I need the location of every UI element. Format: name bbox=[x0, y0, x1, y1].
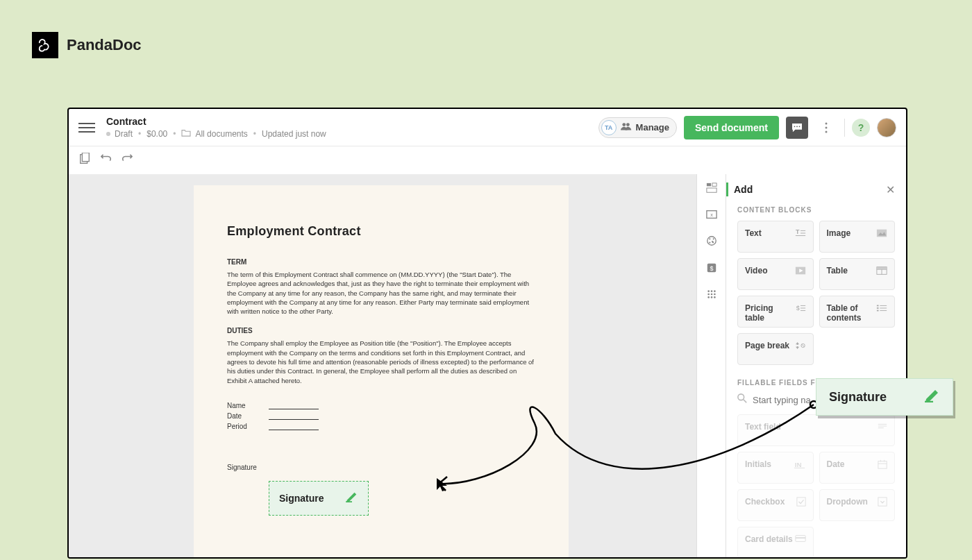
svg-text:IN: IN bbox=[794, 461, 801, 468]
svg-rect-40 bbox=[877, 267, 887, 270]
tool-strip: x $ bbox=[696, 174, 726, 557]
svg-point-28 bbox=[707, 296, 710, 298]
svg-text:$: $ bbox=[796, 305, 799, 312]
location-label: All documents bbox=[195, 129, 247, 139]
svg-rect-12 bbox=[712, 183, 716, 186]
content-blocks-label: CONTENT BLOCKS bbox=[737, 206, 895, 214]
app-header: Contract Draft $0.00 All documents Updat… bbox=[69, 109, 906, 146]
block-pricing-table[interactable]: Pricing table $ bbox=[737, 296, 814, 328]
svg-point-18 bbox=[712, 238, 714, 239]
document-page: Employment Contract TERM The term of thi… bbox=[194, 185, 569, 557]
field-signature-label: Signature bbox=[227, 464, 257, 471]
field-date-line bbox=[269, 413, 319, 420]
field-period-label: Period bbox=[227, 423, 269, 430]
field-dropdown[interactable]: Dropdown bbox=[819, 489, 896, 521]
field-initials[interactable]: Initials IN bbox=[737, 452, 814, 484]
block-text[interactable]: Text T bbox=[737, 221, 814, 253]
image-icon bbox=[876, 228, 887, 240]
menu-button[interactable] bbox=[78, 119, 95, 136]
send-document-button[interactable]: Send document bbox=[684, 116, 779, 139]
svg-line-52 bbox=[801, 344, 804, 347]
block-page-break[interactable]: Page break bbox=[737, 333, 814, 365]
document-meta: Contract Draft $0.00 All documents Updat… bbox=[106, 116, 598, 139]
table-icon bbox=[876, 266, 887, 278]
chat-button[interactable] bbox=[786, 117, 808, 139]
doc-heading: Employment Contract bbox=[227, 224, 535, 239]
section-duties-body: The Company shall employ the Employee as… bbox=[227, 339, 535, 384]
svg-point-5 bbox=[826, 122, 828, 124]
svg-point-4 bbox=[799, 126, 801, 127]
svg-point-2 bbox=[794, 126, 796, 127]
calendar-icon bbox=[878, 459, 887, 471]
svg-line-54 bbox=[744, 400, 746, 402]
field-name-line bbox=[269, 402, 319, 409]
logo-mark bbox=[32, 32, 58, 58]
svg-point-27 bbox=[714, 294, 716, 296]
pen-icon bbox=[925, 389, 940, 405]
field-period-line bbox=[269, 423, 319, 430]
svg-text:T: T bbox=[795, 228, 799, 235]
search-icon bbox=[737, 393, 747, 406]
signature-field-dragging[interactable]: Signature bbox=[816, 378, 953, 416]
close-panel-button[interactable]: ✕ bbox=[886, 183, 895, 196]
svg-point-3 bbox=[796, 126, 798, 127]
copy-button[interactable] bbox=[78, 153, 91, 168]
block-table[interactable]: Table bbox=[819, 258, 896, 290]
initials-icon: IN bbox=[794, 459, 806, 471]
undo-button[interactable] bbox=[101, 154, 112, 167]
status-dot bbox=[106, 132, 110, 136]
textfield-icon bbox=[878, 422, 887, 432]
field-text[interactable]: Text field bbox=[737, 414, 895, 446]
svg-rect-35 bbox=[877, 230, 887, 237]
apps-tab[interactable] bbox=[707, 289, 717, 301]
dropdown-icon bbox=[878, 497, 887, 509]
toolbar bbox=[69, 146, 906, 174]
svg-rect-60 bbox=[878, 461, 887, 469]
card-icon bbox=[795, 534, 806, 545]
section-duties-label: DUTIES bbox=[227, 327, 535, 334]
updated-label: Updated just now bbox=[262, 129, 326, 139]
amount-label: $0.00 bbox=[146, 129, 167, 139]
brand-name: PandaDoc bbox=[67, 36, 142, 54]
more-button[interactable] bbox=[815, 117, 837, 139]
field-date-label: Date bbox=[227, 412, 269, 420]
help-button[interactable]: ? bbox=[852, 119, 870, 137]
status-label: Draft bbox=[115, 129, 133, 139]
panda-icon bbox=[37, 37, 53, 53]
field-card-details[interactable]: Card details bbox=[737, 527, 814, 557]
svg-point-26 bbox=[710, 294, 712, 296]
blocks-tab[interactable] bbox=[706, 183, 717, 196]
signature-field-drop[interactable]: Signature bbox=[269, 481, 369, 516]
svg-point-19 bbox=[709, 242, 710, 244]
field-checkbox[interactable]: Checkbox bbox=[737, 489, 814, 521]
variables-tab[interactable]: x bbox=[706, 210, 717, 221]
panel-title: Add bbox=[726, 183, 753, 196]
svg-rect-13 bbox=[706, 188, 716, 192]
checkbox-icon bbox=[796, 497, 806, 509]
svg-rect-9 bbox=[82, 153, 89, 162]
form-rows: Name Date Period bbox=[227, 402, 535, 430]
svg-point-7 bbox=[826, 130, 828, 133]
block-video[interactable]: Video bbox=[737, 258, 814, 290]
pen-icon bbox=[346, 491, 358, 505]
section-term-label: TERM bbox=[227, 258, 535, 266]
svg-point-1 bbox=[626, 123, 630, 126]
user-avatar[interactable] bbox=[877, 118, 896, 137]
float-signature-label: Signature bbox=[829, 390, 887, 405]
main-area: Employment Contract TERM The term of thi… bbox=[69, 174, 906, 557]
svg-point-29 bbox=[710, 296, 712, 298]
pricing-tab[interactable]: $ bbox=[706, 262, 717, 275]
brand-logo: PandaDoc bbox=[32, 32, 142, 58]
folder-icon bbox=[181, 128, 191, 139]
pagebreak-icon bbox=[795, 341, 806, 353]
svg-point-24 bbox=[714, 290, 716, 292]
redo-button[interactable] bbox=[122, 154, 133, 167]
block-toc[interactable]: Table of contents bbox=[819, 296, 896, 328]
design-tab[interactable] bbox=[706, 235, 717, 248]
block-image[interactable]: Image bbox=[819, 221, 896, 253]
document-title: Contract bbox=[106, 116, 598, 127]
svg-rect-65 bbox=[878, 498, 887, 506]
svg-rect-11 bbox=[706, 183, 710, 186]
manage-recipients-button[interactable]: TA Manage bbox=[598, 117, 677, 138]
field-date[interactable]: Date bbox=[819, 452, 896, 484]
